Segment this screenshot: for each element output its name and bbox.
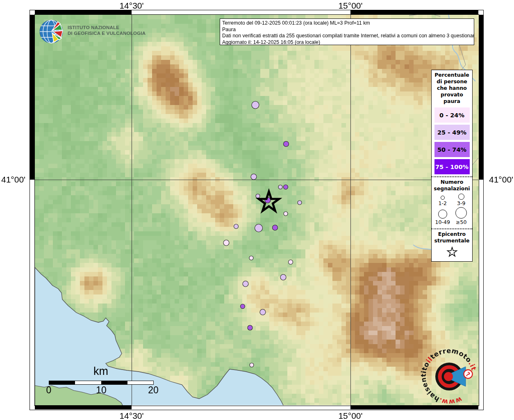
axis-label-bottom-right: 15°00' [338, 411, 362, 420]
event-note: Dati non verificati estratti da 255 ques… [222, 33, 472, 39]
size-circle-icon [455, 207, 467, 219]
ingv-line1: ISTITUTO NAZIONALE [68, 25, 146, 30]
scalebar-segment [127, 381, 153, 384]
legend-size-≥50: ≥50 [452, 207, 471, 225]
legend-epicenter-title: Epicentro strumentale [432, 229, 472, 245]
legend-size-1-2: 1-2 [433, 194, 452, 206]
legend-fear-class-2: 50 - 74% [434, 142, 470, 157]
scalebar-tick-20: 20 [148, 385, 159, 396]
size-label: 10-49 [435, 219, 450, 225]
legend-fear-class-0: 0 - 24% [434, 107, 470, 123]
ingv-wordmark: ISTITUTO NAZIONALE DI GEOFISICA E VULCAN… [68, 25, 146, 36]
legend-report-sizes: 1-23-910-49≥50 [432, 193, 472, 227]
legend-fear-swatches: 0 - 24%25 - 49%50 - 74%75 - 100% [432, 107, 472, 174]
axis-label-right: 41°00' [489, 175, 513, 185]
legend-fear-class-3: 75 - 100% [434, 159, 470, 174]
legend-box: Percentuale di persone che hanno provato… [431, 70, 473, 262]
event-title: Terremoto del 09-12-2025 00:01:23 (ora l… [222, 20, 472, 27]
axis-label-top-right: 15°00' [338, 1, 362, 11]
size-label: 3-9 [457, 200, 465, 206]
axis-label-left: 41°00' [1, 175, 25, 185]
frame-segment [479, 15, 483, 180]
map-border [34, 14, 479, 406]
size-circle-icon [458, 194, 464, 200]
scalebar-segment [49, 381, 75, 384]
size-label: ≥50 [456, 219, 466, 225]
felt-report-map-page: ?www.haisentitoilterremoto.it 14°30' 15°… [0, 0, 514, 420]
legend-fear-class-1: 25 - 49% [434, 125, 470, 140]
ingv-globe-icon [39, 19, 64, 45]
frame-segment [479, 180, 483, 405]
event-info-box: Terremoto del 09-12-2025 00:01:23 (ora l… [220, 18, 474, 45]
scalebar-tick-10: 10 [96, 385, 107, 396]
size-circle-icon [438, 210, 447, 219]
legend-fear-title: Percentuale di persone che hanno provato… [432, 70, 472, 105]
ingv-logo: ISTITUTO NAZIONALE DI GEOFISICA E VULCAN… [39, 19, 162, 45]
frame-segment [30, 15, 34, 180]
legend-size-10-49: 10-49 [433, 207, 452, 225]
axis-label-bottom-left: 14°30' [119, 411, 143, 420]
scalebar [49, 381, 154, 385]
size-label: 1-2 [439, 200, 447, 206]
axis-label-top-left: 14°30' [119, 1, 143, 11]
legend-size-3-9: 3-9 [452, 194, 471, 206]
event-updated: Aggiornato il: 14-12-2025 16:05 (ora loc… [222, 39, 472, 45]
frame-segment [132, 10, 350, 14]
frame-segment [350, 10, 478, 14]
scalebar-segment [75, 381, 101, 384]
frame-segment [30, 180, 34, 405]
event-effect: Paura [222, 27, 472, 33]
scalebar-segment [101, 381, 127, 384]
epicenter-star-icon [446, 246, 458, 258]
ingv-line2: DI GEOFISICA E VULCANOLOGIA [68, 30, 146, 36]
legend-reports-title: Numero segnalazioni [432, 177, 472, 193]
frame-segment [35, 10, 132, 14]
size-circle-icon [441, 196, 445, 200]
legend-epicenter-star-wrap [432, 245, 472, 261]
scalebar-unit: km [93, 365, 108, 378]
scalebar-tick-0: 0 [46, 385, 52, 396]
